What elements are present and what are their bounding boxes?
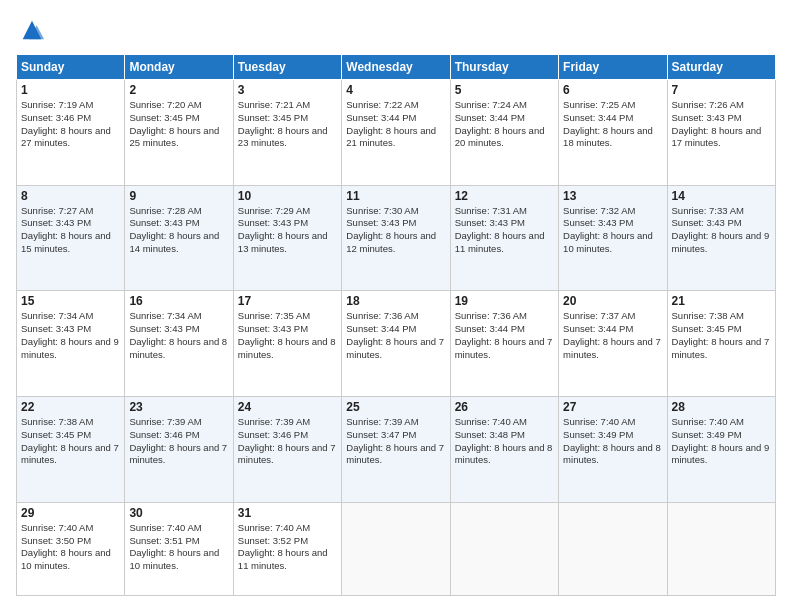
day-number: 14 xyxy=(672,189,771,203)
day-number: 6 xyxy=(563,83,662,97)
day-detail: Sunrise: 7:38 AMSunset: 3:45 PMDaylight:… xyxy=(21,416,120,467)
calendar-cell: 23Sunrise: 7:39 AMSunset: 3:46 PMDayligh… xyxy=(125,397,233,503)
day-detail: Sunrise: 7:31 AMSunset: 3:43 PMDaylight:… xyxy=(455,205,554,256)
day-detail: Sunrise: 7:40 AMSunset: 3:50 PMDaylight:… xyxy=(21,522,120,573)
weekday-header: Saturday xyxy=(667,55,775,80)
day-detail: Sunrise: 7:24 AMSunset: 3:44 PMDaylight:… xyxy=(455,99,554,150)
calendar-week-row: 8Sunrise: 7:27 AMSunset: 3:43 PMDaylight… xyxy=(17,185,776,291)
calendar-cell: 12Sunrise: 7:31 AMSunset: 3:43 PMDayligh… xyxy=(450,185,558,291)
calendar-cell: 8Sunrise: 7:27 AMSunset: 3:43 PMDaylight… xyxy=(17,185,125,291)
day-detail: Sunrise: 7:34 AMSunset: 3:43 PMDaylight:… xyxy=(129,310,228,361)
day-detail: Sunrise: 7:21 AMSunset: 3:45 PMDaylight:… xyxy=(238,99,337,150)
calendar-cell: 21Sunrise: 7:38 AMSunset: 3:45 PMDayligh… xyxy=(667,291,775,397)
calendar-cell: 3Sunrise: 7:21 AMSunset: 3:45 PMDaylight… xyxy=(233,80,341,186)
day-number: 4 xyxy=(346,83,445,97)
calendar-cell: 18Sunrise: 7:36 AMSunset: 3:44 PMDayligh… xyxy=(342,291,450,397)
day-detail: Sunrise: 7:40 AMSunset: 3:51 PMDaylight:… xyxy=(129,522,228,573)
page: SundayMondayTuesdayWednesdayThursdayFrid… xyxy=(0,0,792,612)
day-detail: Sunrise: 7:33 AMSunset: 3:43 PMDaylight:… xyxy=(672,205,771,256)
calendar-cell: 10Sunrise: 7:29 AMSunset: 3:43 PMDayligh… xyxy=(233,185,341,291)
calendar-header-row: SundayMondayTuesdayWednesdayThursdayFrid… xyxy=(17,55,776,80)
calendar-cell: 4Sunrise: 7:22 AMSunset: 3:44 PMDaylight… xyxy=(342,80,450,186)
day-number: 5 xyxy=(455,83,554,97)
calendar-cell: 30Sunrise: 7:40 AMSunset: 3:51 PMDayligh… xyxy=(125,502,233,595)
day-detail: Sunrise: 7:30 AMSunset: 3:43 PMDaylight:… xyxy=(346,205,445,256)
day-number: 21 xyxy=(672,294,771,308)
day-number: 2 xyxy=(129,83,228,97)
calendar-table: SundayMondayTuesdayWednesdayThursdayFrid… xyxy=(16,54,776,596)
day-number: 19 xyxy=(455,294,554,308)
day-number: 26 xyxy=(455,400,554,414)
day-number: 27 xyxy=(563,400,662,414)
day-detail: Sunrise: 7:29 AMSunset: 3:43 PMDaylight:… xyxy=(238,205,337,256)
calendar-cell: 6Sunrise: 7:25 AMSunset: 3:44 PMDaylight… xyxy=(559,80,667,186)
calendar-cell: 26Sunrise: 7:40 AMSunset: 3:48 PMDayligh… xyxy=(450,397,558,503)
calendar-week-row: 29Sunrise: 7:40 AMSunset: 3:50 PMDayligh… xyxy=(17,502,776,595)
calendar-cell xyxy=(450,502,558,595)
day-detail: Sunrise: 7:35 AMSunset: 3:43 PMDaylight:… xyxy=(238,310,337,361)
logo-icon xyxy=(18,16,46,44)
header xyxy=(16,16,776,44)
day-number: 11 xyxy=(346,189,445,203)
day-detail: Sunrise: 7:40 AMSunset: 3:48 PMDaylight:… xyxy=(455,416,554,467)
day-number: 10 xyxy=(238,189,337,203)
weekday-header: Friday xyxy=(559,55,667,80)
calendar-week-row: 15Sunrise: 7:34 AMSunset: 3:43 PMDayligh… xyxy=(17,291,776,397)
day-number: 7 xyxy=(672,83,771,97)
day-number: 13 xyxy=(563,189,662,203)
calendar-cell: 25Sunrise: 7:39 AMSunset: 3:47 PMDayligh… xyxy=(342,397,450,503)
calendar-cell: 16Sunrise: 7:34 AMSunset: 3:43 PMDayligh… xyxy=(125,291,233,397)
calendar-cell: 13Sunrise: 7:32 AMSunset: 3:43 PMDayligh… xyxy=(559,185,667,291)
calendar-cell: 14Sunrise: 7:33 AMSunset: 3:43 PMDayligh… xyxy=(667,185,775,291)
day-number: 8 xyxy=(21,189,120,203)
day-detail: Sunrise: 7:40 AMSunset: 3:52 PMDaylight:… xyxy=(238,522,337,573)
day-detail: Sunrise: 7:22 AMSunset: 3:44 PMDaylight:… xyxy=(346,99,445,150)
day-number: 24 xyxy=(238,400,337,414)
day-number: 30 xyxy=(129,506,228,520)
calendar-cell: 11Sunrise: 7:30 AMSunset: 3:43 PMDayligh… xyxy=(342,185,450,291)
day-number: 25 xyxy=(346,400,445,414)
calendar-cell: 15Sunrise: 7:34 AMSunset: 3:43 PMDayligh… xyxy=(17,291,125,397)
calendar-cell: 5Sunrise: 7:24 AMSunset: 3:44 PMDaylight… xyxy=(450,80,558,186)
weekday-header: Sunday xyxy=(17,55,125,80)
day-number: 12 xyxy=(455,189,554,203)
calendar-cell: 19Sunrise: 7:36 AMSunset: 3:44 PMDayligh… xyxy=(450,291,558,397)
calendar-cell: 9Sunrise: 7:28 AMSunset: 3:43 PMDaylight… xyxy=(125,185,233,291)
day-number: 23 xyxy=(129,400,228,414)
day-detail: Sunrise: 7:37 AMSunset: 3:44 PMDaylight:… xyxy=(563,310,662,361)
calendar-cell xyxy=(559,502,667,595)
day-number: 3 xyxy=(238,83,337,97)
day-number: 16 xyxy=(129,294,228,308)
weekday-header: Monday xyxy=(125,55,233,80)
day-number: 29 xyxy=(21,506,120,520)
day-detail: Sunrise: 7:39 AMSunset: 3:46 PMDaylight:… xyxy=(129,416,228,467)
logo xyxy=(16,16,46,44)
calendar-cell: 2Sunrise: 7:20 AMSunset: 3:45 PMDaylight… xyxy=(125,80,233,186)
day-detail: Sunrise: 7:39 AMSunset: 3:47 PMDaylight:… xyxy=(346,416,445,467)
day-detail: Sunrise: 7:28 AMSunset: 3:43 PMDaylight:… xyxy=(129,205,228,256)
day-number: 28 xyxy=(672,400,771,414)
day-number: 1 xyxy=(21,83,120,97)
day-detail: Sunrise: 7:38 AMSunset: 3:45 PMDaylight:… xyxy=(672,310,771,361)
calendar-cell: 31Sunrise: 7:40 AMSunset: 3:52 PMDayligh… xyxy=(233,502,341,595)
day-detail: Sunrise: 7:39 AMSunset: 3:46 PMDaylight:… xyxy=(238,416,337,467)
day-number: 20 xyxy=(563,294,662,308)
day-detail: Sunrise: 7:40 AMSunset: 3:49 PMDaylight:… xyxy=(672,416,771,467)
day-number: 17 xyxy=(238,294,337,308)
calendar-cell: 1Sunrise: 7:19 AMSunset: 3:46 PMDaylight… xyxy=(17,80,125,186)
day-detail: Sunrise: 7:36 AMSunset: 3:44 PMDaylight:… xyxy=(455,310,554,361)
day-detail: Sunrise: 7:40 AMSunset: 3:49 PMDaylight:… xyxy=(563,416,662,467)
calendar-cell: 28Sunrise: 7:40 AMSunset: 3:49 PMDayligh… xyxy=(667,397,775,503)
day-number: 18 xyxy=(346,294,445,308)
day-number: 31 xyxy=(238,506,337,520)
calendar-week-row: 22Sunrise: 7:38 AMSunset: 3:45 PMDayligh… xyxy=(17,397,776,503)
day-number: 9 xyxy=(129,189,228,203)
weekday-header: Wednesday xyxy=(342,55,450,80)
calendar-cell: 17Sunrise: 7:35 AMSunset: 3:43 PMDayligh… xyxy=(233,291,341,397)
day-detail: Sunrise: 7:34 AMSunset: 3:43 PMDaylight:… xyxy=(21,310,120,361)
calendar-cell xyxy=(667,502,775,595)
day-detail: Sunrise: 7:36 AMSunset: 3:44 PMDaylight:… xyxy=(346,310,445,361)
weekday-header: Tuesday xyxy=(233,55,341,80)
day-number: 22 xyxy=(21,400,120,414)
calendar-cell: 22Sunrise: 7:38 AMSunset: 3:45 PMDayligh… xyxy=(17,397,125,503)
